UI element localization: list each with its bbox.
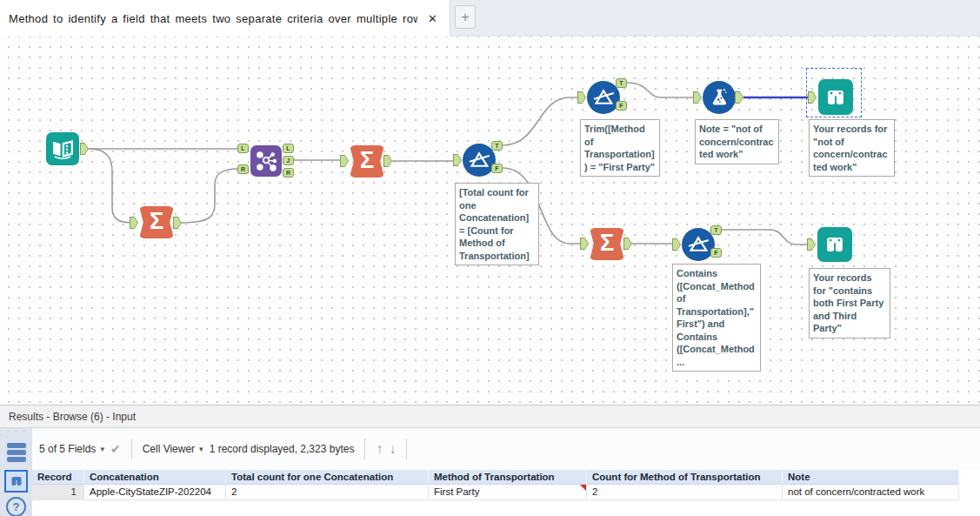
cell-record[interactable]: 1 (32, 485, 84, 500)
toolbar-divider (364, 439, 365, 459)
sidebar-browse-button[interactable] (4, 470, 28, 493)
table-row: 1 Apple-CityStateZIP-202204 2 First Part… (32, 485, 980, 500)
binoculars-icon (822, 84, 850, 111)
annotation-filter3[interactable]: Contains ([Concat_Method of Transportati… (672, 264, 761, 372)
results-title: Results - Browse (6) - Input (9, 411, 136, 423)
filter-icon (590, 84, 617, 111)
summarize-tool-2[interactable]: Σ (350, 145, 384, 178)
cell-total-count[interactable]: 2 (226, 485, 429, 500)
summarize-tool-1[interactable]: Σ (139, 206, 174, 238)
help-button[interactable]: ? (6, 497, 26, 516)
alteryx-window: Method to identify a field that meets tw… (0, 0, 980, 516)
join-icon (252, 147, 280, 175)
table-layout-icon[interactable] (6, 441, 27, 464)
chevron-down-icon: ▾ (199, 445, 203, 453)
results-toolbar: 5 of 5 Fields ▾ ✔ Cell Viewer ▾ 1 record… (32, 428, 980, 470)
column-header-total-count[interactable]: Total count for one Concatenation (226, 470, 429, 485)
workflow-canvas[interactable]: Σ L R L J R (0, 37, 980, 405)
toolbar-divider (131, 439, 132, 459)
drag-handle-icon[interactable]: · · · · · (0, 429, 32, 438)
cell-count-method[interactable]: 2 (587, 485, 783, 500)
binoculars-icon (821, 231, 849, 258)
browse-tool-2[interactable] (817, 227, 852, 262)
fields-dropdown[interactable]: 5 of 5 Fields ▾ (39, 443, 104, 455)
join-output-anchor-R[interactable]: R (283, 168, 294, 178)
column-header-method[interactable]: Method of Transportation (429, 470, 587, 485)
join-input-anchor-R[interactable]: R (237, 164, 249, 174)
sigma-icon: Σ (150, 210, 163, 236)
cell-note[interactable]: not of concern/contracted work (783, 485, 959, 500)
annotation-formula[interactable]: Note = "not of concern/contracted work" (695, 119, 779, 164)
join-input-anchor-L[interactable]: L (237, 144, 249, 153)
fields-dropdown-label: 5 of 5 Fields (39, 443, 96, 455)
filter3-false-anchor[interactable]: F (710, 248, 722, 258)
record-info: 1 record displayed, 2,323 bytes (210, 443, 355, 455)
flask-icon (705, 84, 733, 111)
cell-method[interactable]: First Party (429, 485, 587, 500)
cell-concatenation[interactable]: Apple-CityStateZIP-202204 (84, 485, 226, 500)
wire-filter3T-to-browse2[interactable] (722, 230, 807, 245)
annotation-filter2[interactable]: Trim([Method of Transportation]) = "Firs… (580, 119, 660, 177)
filter1-false-anchor[interactable]: F (491, 164, 503, 173)
wire-filter1T-to-filter2[interactable] (503, 97, 577, 145)
input-data-tool[interactable] (46, 132, 79, 165)
cell-method-text: First Party (434, 486, 479, 497)
workflow-tab[interactable]: Method to identify a field that meets tw… (0, 0, 450, 37)
annotation-browse1[interactable]: Your records for "not of concern/contrac… (809, 119, 895, 177)
filter2-true-anchor[interactable]: T (616, 78, 627, 88)
filter-icon (465, 146, 493, 174)
cell-viewer-dropdown[interactable]: Cell Viewer ▾ (143, 443, 203, 455)
results-panel: Results - Browse (6) - Input · · · · · ? (0, 405, 980, 516)
scroll-up-button[interactable]: ↑ (376, 441, 383, 457)
column-header-concatenation[interactable]: Concatenation (84, 470, 226, 485)
workflow-tab-title: Method to identify a field that meets tw… (9, 12, 417, 25)
scroll-down-button[interactable]: ↓ (389, 441, 396, 457)
book-icon (50, 136, 76, 162)
results-table: Record Concatenation Total count for one… (32, 470, 980, 500)
wire-filter2T-to-formula[interactable] (627, 83, 693, 97)
annotation-filter1[interactable]: [Total count for one Concatenation] = [C… (455, 183, 539, 265)
chevron-down-icon: ▾ (100, 445, 104, 453)
filter-icon (684, 231, 712, 258)
annotation-browse2[interactable]: Your records for "contains both First Pa… (809, 268, 890, 338)
filter2-false-anchor[interactable]: F (616, 101, 627, 111)
sigma-icon: Σ (360, 149, 374, 175)
join-output-anchor-J[interactable]: J (283, 156, 294, 165)
column-header-record[interactable]: Record (32, 470, 84, 485)
browse-tool-1[interactable] (818, 79, 853, 115)
wire-summarize1-to-join[interactable] (182, 169, 238, 223)
join-tool[interactable] (250, 145, 282, 177)
cell-flag-icon (580, 485, 586, 491)
new-tab-button[interactable]: + (455, 5, 476, 29)
toolbar-divider (406, 439, 407, 459)
cell-viewer-label: Cell Viewer (143, 443, 195, 455)
wire-input-to-summarize1[interactable] (89, 149, 132, 223)
tab-close-icon[interactable]: ✕ (424, 12, 441, 25)
column-header-note[interactable]: Note (783, 470, 959, 485)
tab-bar: Method to identify a field that meets tw… (0, 0, 980, 37)
formula-tool[interactable] (703, 81, 736, 114)
apply-check-icon[interactable]: ✔ (110, 442, 121, 456)
binoculars-icon (8, 473, 25, 489)
table-header-row: Record Concatenation Total count for one… (32, 470, 980, 485)
summarize-tool-3[interactable]: Σ (590, 228, 624, 260)
column-header-count-method[interactable]: Count for Method of Transportation (587, 470, 783, 485)
filter3-true-anchor[interactable]: T (710, 225, 722, 235)
results-panel-header[interactable]: Results - Browse (6) - Input (0, 405, 980, 428)
results-sidebar: · · · · · ? (0, 428, 32, 516)
join-output-anchor-L[interactable]: L (283, 144, 294, 153)
filter1-true-anchor[interactable]: T (491, 141, 503, 151)
sigma-icon: Σ (600, 231, 614, 258)
